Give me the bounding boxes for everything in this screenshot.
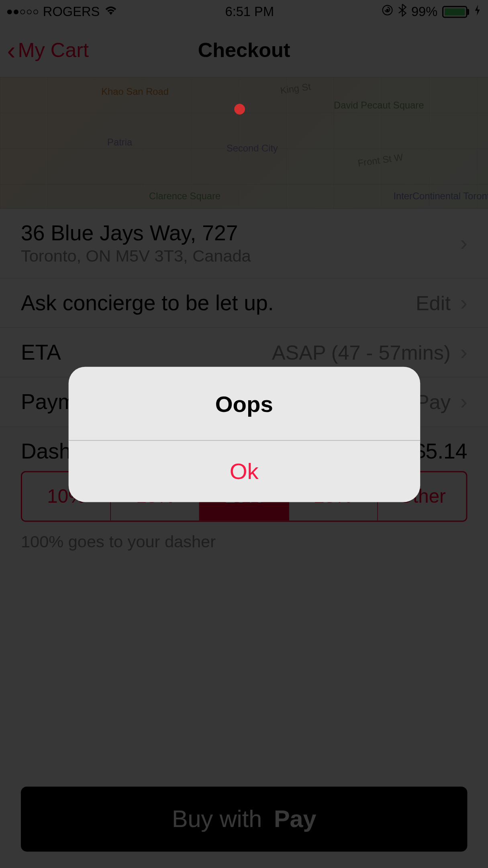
error-alert: Oops Ok: [68, 366, 420, 502]
map-pin-icon: [234, 104, 245, 115]
modal-overlay: Oops Ok: [0, 0, 488, 868]
alert-title: Oops: [68, 366, 420, 440]
alert-ok-button[interactable]: Ok: [68, 440, 420, 502]
